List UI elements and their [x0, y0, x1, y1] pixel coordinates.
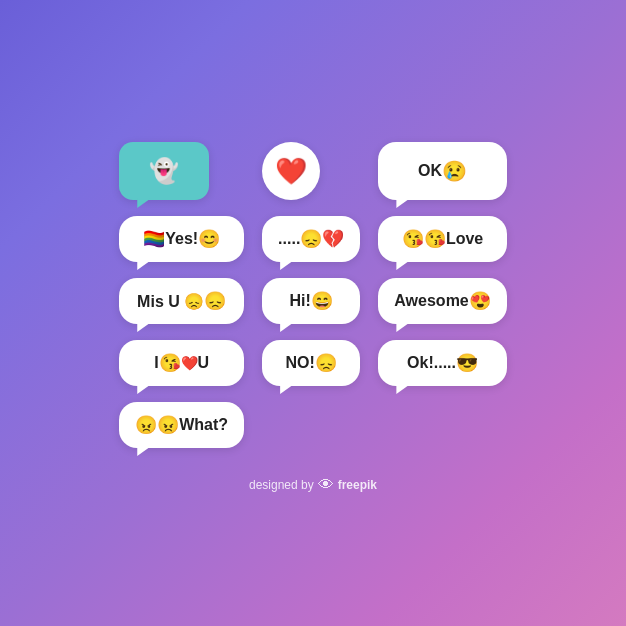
bubble-misu: Mis U 😞 😞	[119, 278, 244, 324]
sunglasses-emoji: 😎	[456, 352, 478, 374]
sad-emoji-2: 😞	[204, 290, 226, 312]
what-text: What?	[179, 416, 228, 434]
ok-text: OK	[418, 162, 442, 180]
angry-emoji-2: 😠	[157, 414, 179, 436]
bubble-awesome: Awesome 😍	[378, 278, 506, 324]
grin-emoji: 😄	[311, 290, 333, 312]
broken-heart-emoji: 💔	[322, 228, 344, 250]
bubble-ghost: 👻	[119, 142, 209, 200]
bubble-what: 😠 😠 What?	[119, 402, 244, 448]
main-grid: 👻 ❤️ OK 😢 🏳️‍🌈 Yes! 😊 ..... 😞 💔 😘 😘 Love…	[89, 132, 537, 458]
small-heart-emoji: ❤️	[181, 355, 198, 371]
bubble-hi: Hi! 😄	[262, 278, 360, 324]
bubble-ok2: Ok!..... 😎	[378, 340, 506, 386]
logo-icon: 👁	[318, 476, 334, 494]
bubble-ilu: I 😘 ❤️ U	[119, 340, 244, 386]
heart-eyes-emoji: 😍	[469, 290, 491, 312]
bubble-ok: OK 😢	[378, 142, 506, 200]
sad-emoji: 😞	[300, 228, 322, 250]
bubble-heart: ❤️	[262, 142, 320, 200]
kiss-emoji-1: 😘	[402, 228, 424, 250]
ghost-emoji: 👻	[149, 157, 179, 185]
kiss-emoji-2: 😘	[424, 228, 446, 250]
awesome-text: Awesome	[394, 292, 468, 310]
angry-emoji-1: 😠	[135, 414, 157, 436]
brand-text: freepik	[338, 478, 377, 492]
hi-text: Hi!	[290, 292, 311, 310]
heart-emoji: ❤️	[275, 156, 307, 187]
yes-text: Yes!	[165, 230, 198, 248]
cry-emoji: 😢	[442, 159, 467, 183]
footer: designed by 👁 freepik	[249, 476, 377, 494]
misu-text: Mis U 😞	[137, 292, 204, 311]
kiss-emoji-3: 😘	[159, 352, 181, 374]
u-text: U	[198, 354, 210, 372]
no-text: NO!	[286, 354, 315, 372]
ok2-text: Ok!.....	[407, 354, 456, 372]
bubble-dots: ..... 😞 💔	[262, 216, 360, 262]
bubble-yes: 🏳️‍🌈 Yes! 😊	[119, 216, 244, 262]
smile-emoji: 😊	[198, 228, 220, 250]
designed-by-text: designed by	[249, 478, 314, 492]
dots-text: .....	[278, 230, 300, 248]
rainbow-emoji: 🏳️‍🌈	[143, 228, 165, 250]
sad-emoji-3: 😞	[315, 352, 337, 374]
love-text: Love	[446, 230, 483, 248]
bubble-no: NO! 😞	[262, 340, 360, 386]
bubble-love: 😘 😘 Love	[378, 216, 506, 262]
